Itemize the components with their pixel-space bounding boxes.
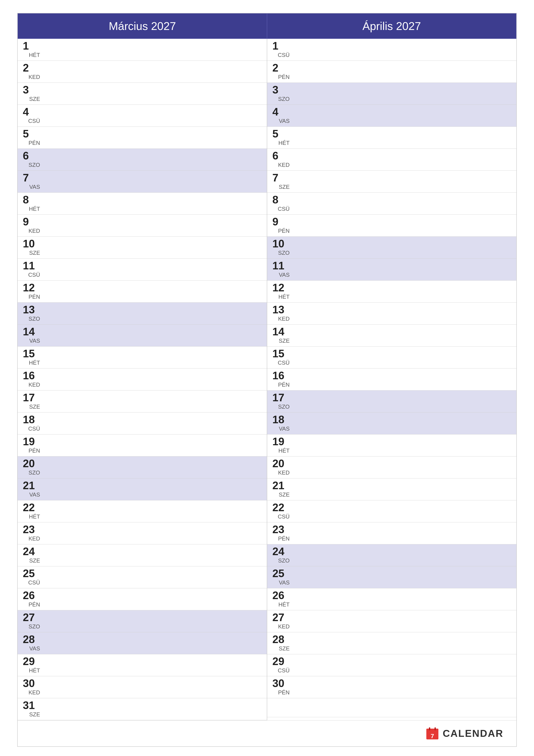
day-cell: 19 HÉT [272, 436, 290, 454]
april-day-27: 27 KED [267, 610, 516, 632]
day-number: 5 [23, 128, 40, 139]
march-day-6: 6 SZO [18, 149, 267, 171]
day-number: 28 [23, 634, 40, 645]
day-name: SZO [29, 315, 40, 323]
april-column: 1 CSÜ 2 PÉN 3 SZO 4 VAS 5 HÉT [267, 39, 516, 720]
march-day-16: 16 KED [18, 368, 267, 391]
day-name: SZE [29, 557, 40, 564]
april-day-13: 13 KED [267, 303, 516, 325]
day-number: 9 [272, 216, 290, 227]
day-name: HÉT [278, 140, 290, 147]
day-cell: 25 CSÜ [23, 568, 40, 586]
day-number: 24 [272, 546, 290, 557]
brand-text: CALENDAR [443, 728, 503, 739]
march-day-23: 23 KED [18, 523, 267, 544]
day-cell: 3 SZE [23, 85, 40, 103]
day-cell: 23 PÉN [272, 524, 290, 542]
header-row: Március 2027 Április 2027 [18, 14, 516, 39]
day-number: 7 [272, 173, 290, 183]
day-number: 26 [272, 590, 290, 601]
april-empty-row [267, 698, 516, 717]
day-cell: 14 VAS [23, 326, 40, 345]
day-number: 20 [23, 458, 40, 469]
day-name: CSÜ [278, 52, 290, 59]
day-cell: 9 PÉN [272, 216, 290, 235]
march-day-30: 30 KED [18, 676, 267, 698]
march-day-14: 14 VAS [18, 325, 267, 346]
april-day-19: 19 HÉT [267, 434, 516, 456]
day-number: 2 [272, 63, 290, 73]
day-number: 2 [23, 63, 40, 73]
day-number: 13 [272, 304, 290, 315]
march-day-26: 26 PÉN [18, 588, 267, 610]
april-day-2: 2 PÉN [267, 61, 516, 83]
day-number: 8 [23, 194, 40, 205]
day-name: CSÜ [278, 513, 290, 521]
day-cell: 5 PÉN [23, 128, 40, 147]
day-number: 27 [272, 612, 290, 623]
day-number: 6 [272, 150, 290, 161]
day-name: KED [29, 381, 40, 389]
march-day-2: 2 KED [18, 61, 267, 83]
day-name: VAS [279, 272, 290, 279]
day-name: SZO [278, 403, 290, 411]
day-name: KED [278, 470, 290, 476]
day-name: HÉT [278, 293, 290, 301]
march-day-12: 12 PÉN [18, 281, 267, 303]
day-cell: 6 SZO [23, 150, 40, 169]
day-cell: 28 VAS [23, 634, 40, 652]
calendar-brand: 7 CALENDAR [426, 727, 503, 740]
april-day-22: 22 CSÜ [267, 500, 516, 523]
day-number: 13 [23, 304, 40, 315]
day-name: SZE [279, 645, 290, 652]
april-day-1: 1 CSÜ [267, 39, 516, 61]
march-day-19: 19 PÉN [18, 434, 267, 456]
day-name: PÉN [278, 535, 290, 542]
day-number: 16 [272, 370, 290, 381]
day-cell: 18 CSÜ [23, 414, 40, 433]
day-number: 10 [272, 238, 290, 249]
day-number: 6 [23, 150, 40, 161]
day-cell: 10 SZE [23, 238, 40, 257]
april-day-4: 4 VAS [267, 105, 516, 127]
april-day-16: 16 PÉN [267, 368, 516, 391]
day-number: 31 [23, 700, 40, 711]
day-name: SZE [29, 250, 40, 257]
day-number: 8 [272, 194, 290, 205]
day-cell: 1 HÉT [23, 40, 40, 59]
day-name: VAS [279, 579, 290, 586]
day-cell: 20 KED [272, 458, 290, 476]
day-cell: 21 SZE [272, 480, 290, 499]
day-number: 25 [23, 568, 40, 579]
day-name: HÉT [29, 52, 40, 59]
day-cell: 17 SZE [23, 392, 40, 411]
day-cell: 25 VAS [272, 568, 290, 586]
april-day-28: 28 SZE [267, 632, 516, 654]
day-name: KED [29, 689, 40, 696]
day-name: CSÜ [278, 360, 290, 366]
april-day-24: 24 SZO [267, 544, 516, 566]
day-number: 12 [272, 282, 290, 293]
day-cell: 13 KED [272, 304, 290, 323]
april-day-8: 8 CSÜ [267, 193, 516, 215]
april-day-17: 17 SZO [267, 391, 516, 413]
day-name: SZE [279, 184, 290, 191]
day-cell: 15 HÉT [23, 348, 40, 366]
day-cell: 27 KED [272, 612, 290, 630]
day-number: 1 [272, 40, 290, 51]
day-number: 26 [23, 590, 40, 601]
day-cell: 12 HÉT [272, 282, 290, 301]
day-number: 14 [272, 326, 290, 337]
day-number: 18 [23, 414, 40, 425]
day-number: 23 [23, 524, 40, 535]
march-day-18: 18 CSÜ [18, 413, 267, 434]
day-cell: 9 KED [23, 216, 40, 235]
march-day-22: 22 HÉT [18, 500, 267, 523]
day-cell: 26 PÉN [23, 590, 40, 608]
day-name: SZO [278, 557, 290, 564]
april-day-9: 9 PÉN [267, 215, 516, 237]
march-day-5: 5 PÉN [18, 127, 267, 149]
day-name: CSÜ [278, 667, 290, 674]
march-day-7: 7 VAS [18, 171, 267, 193]
day-number: 16 [23, 370, 40, 381]
